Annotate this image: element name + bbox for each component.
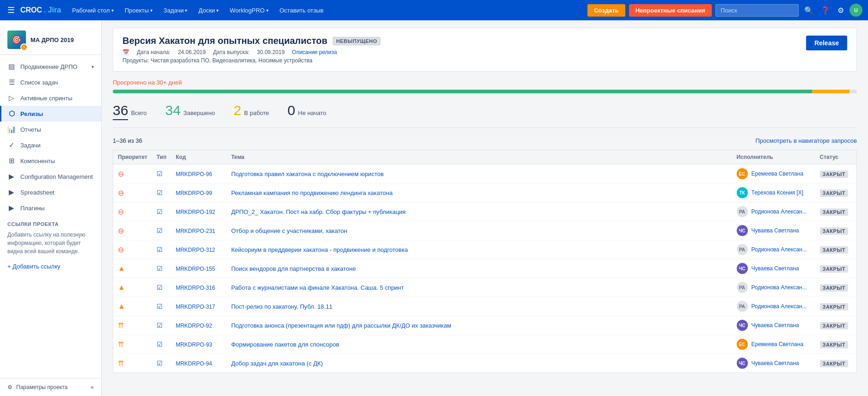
sidebar-item-plugins[interactable]: ▶ Плагины <box>0 200 101 216</box>
summary-cell: Подготовка правил хакатона с подключение… <box>226 164 732 183</box>
status-cell: ЗАКРЫТ <box>815 278 857 297</box>
status-badge: ЗАКРЫТ <box>820 303 848 311</box>
help-icon[interactable]: ❓ <box>819 4 832 17</box>
search-input[interactable] <box>715 4 799 17</box>
version-header: Версия Хакатон для опытных специалистов … <box>113 28 857 72</box>
project-name: МА ДРПО 2019 <box>31 37 74 43</box>
nonproject-button[interactable]: Непроектные списания <box>629 4 712 17</box>
progress-todo <box>850 90 857 93</box>
key-cell: MRKDRPO-96 <box>171 164 226 183</box>
issue-key[interactable]: MRKDRPO-93 <box>176 341 212 348</box>
sidebar-settings[interactable]: ⚙ Параметры проекта « <box>0 378 101 396</box>
priority-icon: ⊖ <box>118 208 124 216</box>
assignee-name[interactable]: Чуваева Светлана <box>752 360 799 366</box>
issue-key[interactable]: MRKDRPO-316 <box>176 285 215 291</box>
calendar-icon: 📅 <box>122 49 129 55</box>
sidebar-item-task-list[interactable]: ☰ Список задач <box>0 74 101 90</box>
assignee-cell: ЧС Чуваева Светлана <box>732 316 815 335</box>
table-row: ⊖ ☑ MRKDRPO-99 Рекламная кампания по про… <box>113 183 857 202</box>
assignee-avatar: РА <box>737 206 748 217</box>
issue-key[interactable]: MRKDRPO-192 <box>176 209 215 215</box>
assignee-name[interactable]: Еремеева Светлана <box>752 341 804 347</box>
settings-icon[interactable]: ⚙ <box>836 4 846 17</box>
issue-summary[interactable]: ДРПО_2_ Хакатон. Пост на хабр. Сбор факт… <box>231 208 406 215</box>
assignee-avatar: РА <box>737 301 748 312</box>
issue-key[interactable]: MRKDRPO-312 <box>176 247 215 253</box>
description-link[interactable]: Описание релиза <box>292 49 337 55</box>
table-row: ⊖ ☑ MRKDRPO-96 Подготовка правил хакатон… <box>113 164 857 183</box>
sidebar-item-config-mgmt[interactable]: ▶ Configuration Management <box>0 169 101 184</box>
sidebar-item-active-sprints[interactable]: ▷ Активные спринты <box>0 90 101 106</box>
assignee-name[interactable]: Чуваева Светлана <box>752 265 799 272</box>
issue-key[interactable]: MRKDRPO-155 <box>176 266 215 272</box>
assignee-name[interactable]: Родионова Алексан... <box>752 284 807 291</box>
assignee-name[interactable]: Родионова Алексан... <box>752 246 807 253</box>
status-badge: ЗАКРЫТ <box>820 246 848 254</box>
sidebar-item-tasks[interactable]: ✓ Задачи <box>0 137 101 153</box>
release-button[interactable]: Release <box>806 36 847 50</box>
user-avatar[interactable]: U <box>850 4 862 17</box>
chevron-right-icon: ▶ <box>7 172 16 181</box>
chevron-right-icon: ▶ <box>7 188 16 196</box>
assignee-name[interactable]: Чуваева Светлана <box>752 322 799 329</box>
add-link-button[interactable]: + Добавить ссылку <box>0 259 101 274</box>
create-button[interactable]: Создать <box>587 4 625 17</box>
version-title: Версия Хакатон для опытных специалистов <box>122 36 327 46</box>
issue-key[interactable]: MRKDRPO-317 <box>176 304 215 310</box>
sidebar-item-prodvijenie[interactable]: ▤ Продвижение ДРПО ▾ <box>0 59 101 74</box>
menu-icon[interactable]: ☰ <box>6 3 17 17</box>
issue-summary[interactable]: Добор задач для хакатона (с ДК) <box>231 360 323 367</box>
nav-boards[interactable]: Доски ▾ <box>195 5 222 16</box>
assignee-name[interactable]: Еремеева Светлана <box>752 171 804 177</box>
nav-projects[interactable]: Проекты ▾ <box>121 5 156 16</box>
issue-key[interactable]: MRKDRPO-99 <box>176 190 212 196</box>
assignee-container: РА Родионова Алексан... <box>737 282 811 293</box>
issue-summary[interactable]: Рекламная кампания по продвижению лендин… <box>231 189 392 196</box>
stat-inprogress-label: В работе <box>244 110 269 116</box>
issue-summary[interactable]: Формирование пакетов для спонсоров <box>231 341 339 348</box>
assignee-cell: ТК Терехова Ксения [X] <box>732 183 815 202</box>
project-icon: 🎯 ! <box>7 30 26 49</box>
sidebar-item-label: Активные спринты <box>20 95 73 102</box>
issue-key[interactable]: MRKDRPO-231 <box>176 228 215 234</box>
type-cell: ☑ <box>152 335 171 354</box>
stats-row: 36 Всего 34 Завершено 2 В работе 0 Не на… <box>113 103 857 128</box>
type-cell: ☑ <box>152 202 171 221</box>
type-cell: ☑ <box>152 164 171 183</box>
issue-summary[interactable]: Поиск вендоров для партнерства в хакатон… <box>231 265 356 272</box>
issue-summary[interactable]: Кейсориум в преддверии хакатона - продви… <box>231 246 408 253</box>
type-icon: ☑ <box>157 322 163 329</box>
assignee-name[interactable]: Родионова Алексан... <box>752 303 807 310</box>
assignee-name[interactable]: Чуваева Светлана <box>752 227 799 234</box>
issue-summary[interactable]: Подготовка анонса (презентация или пдф) … <box>231 322 451 329</box>
nav-feedback[interactable]: Оставить отзыв <box>276 5 327 16</box>
table-nav-link[interactable]: Просмотреть в навигаторе запросов <box>755 137 857 144</box>
issue-summary[interactable]: Подготовка правил хакатона с подключение… <box>231 171 384 177</box>
issue-summary[interactable]: Работа с журналистами на финале Хакатона… <box>231 284 404 291</box>
type-cell: ☑ <box>152 316 171 335</box>
col-assignee: Исполнитель <box>732 150 815 164</box>
type-icon: ☑ <box>157 265 163 272</box>
nav-tasks[interactable]: Задачи ▾ <box>160 5 191 16</box>
issue-key[interactable]: MRKDRPO-92 <box>176 323 212 329</box>
issue-summary[interactable]: Пост-релиз по хакатону. Публ. 18.11 <box>231 303 332 310</box>
summary-cell: Кейсориум в преддверии хакатона - продви… <box>226 240 732 259</box>
collapse-icon[interactable]: « <box>91 384 94 390</box>
nav-desktop[interactable]: Рабочий стол ▾ <box>68 5 117 16</box>
issue-summary[interactable]: Отбор и общение с участниками, хакатон <box>231 227 347 234</box>
type-cell: ☑ <box>152 240 171 259</box>
nav-worklogpro[interactable]: WorklogPRO ▾ <box>226 5 272 16</box>
assignee-cell: РА Родионова Алексан... <box>732 240 815 259</box>
chevron-down-icon: ▾ <box>150 8 153 13</box>
search-icon[interactable]: 🔍 <box>802 4 815 17</box>
assignee-name[interactable]: Терехова Ксения [X] <box>752 189 804 196</box>
assignee-name[interactable]: Родионова Алексан... <box>752 208 807 215</box>
issue-key[interactable]: MRKDRPO-94 <box>176 360 212 367</box>
col-key: Код <box>171 150 226 164</box>
sidebar-item-components[interactable]: ⊞ Компоненты <box>0 153 101 169</box>
sidebar-item-reports[interactable]: 📊 Отчеты <box>0 122 101 137</box>
issue-key[interactable]: MRKDRPO-96 <box>176 171 212 177</box>
sidebar-item-releases[interactable]: ⬡ Релизы <box>0 106 101 122</box>
sidebar-item-spreadsheet[interactable]: ▶ Spreadsheet <box>0 184 101 200</box>
table-row: ⇈ ☑ MRKDRPO-94 Добор задач для хакатона … <box>113 354 857 373</box>
